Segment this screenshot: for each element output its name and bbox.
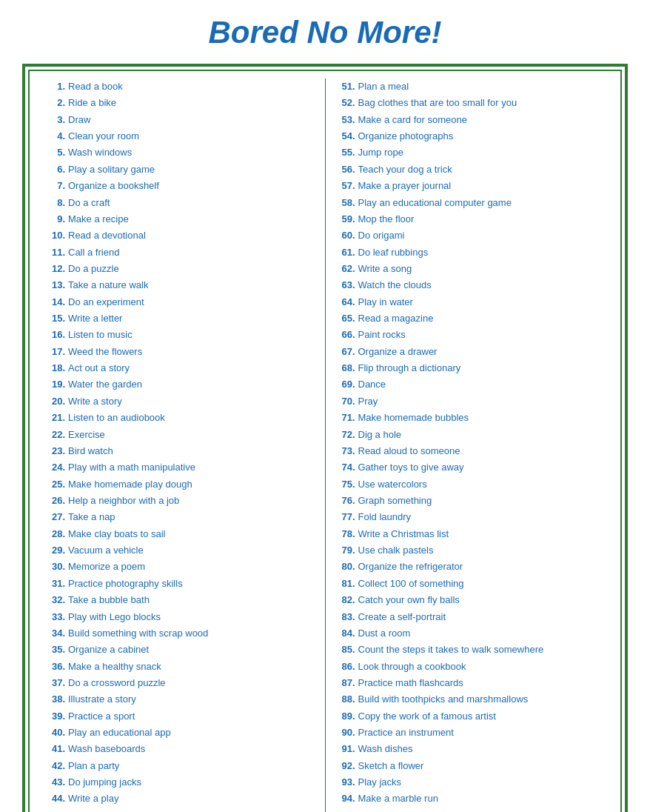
list-item: 92.Sketch a flower: [336, 758, 605, 774]
list-item: 18.Act out a story: [46, 360, 315, 376]
item-text: Practice a sport: [68, 708, 315, 725]
list-item: 22.Exercise: [46, 427, 315, 443]
item-number: 23.: [46, 443, 68, 459]
item-number: 87.: [336, 675, 358, 691]
item-number: 71.: [336, 410, 358, 426]
item-text: Ride a bike: [68, 95, 315, 111]
item-number: 5.: [46, 144, 68, 161]
item-number: 36.: [46, 659, 68, 675]
item-text: Vacuum a vehicle: [68, 542, 315, 559]
list-item: 89.Copy the work of a famous artist: [336, 708, 605, 725]
item-number: 37.: [46, 675, 68, 691]
item-text: Play with a math manipulative: [68, 459, 315, 476]
item-number: 29.: [46, 542, 68, 559]
list-item: 45.Wash a car: [46, 808, 315, 812]
item-number: 81.: [336, 576, 358, 592]
item-text: Pray: [358, 393, 605, 410]
item-text: Build with toothpicks and marshmallows: [358, 691, 605, 708]
list-item: 64.Play in water: [336, 294, 605, 310]
item-number: 83.: [336, 609, 358, 625]
item-number: 68.: [336, 360, 358, 376]
item-number: 43.: [46, 774, 68, 791]
list-item: 28.Make clay boats to sail: [46, 526, 315, 542]
list-item: 31.Practice photography skills: [46, 576, 315, 592]
item-number: 66.: [336, 327, 358, 343]
list-item: 69.Dance: [336, 376, 605, 393]
page-title: Bored No More!: [22, 15, 628, 50]
item-text: Practice math flashcards: [358, 675, 605, 691]
list-item: 73.Read aloud to someone: [336, 443, 605, 459]
item-text: Water the garden: [68, 376, 315, 393]
item-text: Sketch a flower: [358, 758, 605, 774]
item-number: 56.: [336, 162, 358, 178]
item-text: Use chalk pastels: [358, 542, 605, 559]
item-text: Use watercolors: [358, 476, 605, 493]
list-item: 82.Catch your own fly balls: [336, 592, 605, 608]
list-item: 88.Build with toothpicks and marshmallow…: [336, 691, 605, 708]
item-text: Listen to music: [68, 327, 315, 343]
item-text: Wash a car: [68, 808, 315, 812]
item-text: Take a nature walk: [68, 277, 315, 293]
list-item: 93.Play jacks: [336, 774, 605, 791]
list-item: 79.Use chalk pastels: [336, 542, 605, 559]
item-number: 63.: [336, 277, 358, 293]
list-item: 6.Play a solitary game: [46, 162, 315, 178]
list-item: 16.Listen to music: [46, 327, 315, 343]
list-item: 71.Make homemade bubbles: [336, 410, 605, 426]
item-text: Dig a hole: [358, 427, 605, 443]
item-number: 6.: [46, 162, 68, 178]
item-number: 77.: [336, 509, 358, 525]
list-item: 27.Take a nap: [46, 509, 315, 525]
list-item: 76.Graph something: [336, 493, 605, 509]
item-number: 90.: [336, 725, 358, 741]
item-text: Plan a party: [68, 758, 315, 774]
list-item: 80.Organize the refrigerator: [336, 559, 605, 575]
list-item: 65.Read a magazine: [336, 310, 605, 327]
item-number: 84.: [336, 625, 358, 642]
item-number: 10.: [46, 227, 68, 244]
list-item: 58.Play an educational computer game: [336, 195, 605, 211]
item-number: 52.: [336, 95, 358, 111]
item-text: Wash baseboards: [68, 741, 315, 757]
item-number: 93.: [336, 774, 358, 791]
item-number: 22.: [46, 427, 68, 443]
list-item: 2.Ride a bike: [46, 95, 315, 111]
list-item: 30.Memorize a poem: [46, 559, 315, 575]
item-text: Illustrate a story: [68, 691, 315, 708]
item-text: Dust a room: [358, 625, 605, 642]
item-text: Read a magazine: [358, 310, 605, 327]
item-text: Organize a drawer: [358, 344, 605, 360]
item-text: Bag clothes that are too small for you: [358, 95, 605, 111]
item-number: 80.: [336, 559, 358, 575]
item-number: 28.: [46, 526, 68, 542]
item-text: Write a story: [68, 393, 315, 410]
item-number: 21.: [46, 410, 68, 426]
item-text: Do jumping jacks: [68, 774, 315, 791]
item-text: Practice an instrument: [358, 725, 605, 741]
item-text: Catch your own fly balls: [358, 592, 605, 608]
item-number: 64.: [336, 294, 358, 310]
item-text: Wash windows: [68, 144, 315, 161]
item-number: 11.: [46, 244, 68, 261]
item-number: 20.: [46, 393, 68, 410]
item-text: Play in water: [358, 294, 605, 310]
item-number: 1.: [46, 79, 68, 95]
item-number: 27.: [46, 509, 68, 525]
item-text: Organize a bookshelf: [68, 178, 315, 194]
list-item: 83.Create a self-portrait: [336, 609, 605, 625]
list-item: 84.Dust a room: [336, 625, 605, 642]
list-item: 55.Jump rope: [336, 144, 605, 161]
list-item: 14.Do an experiment: [46, 294, 315, 310]
list-item: 94.Make a marble run: [336, 791, 605, 807]
list-item: 7.Organize a bookshelf: [46, 178, 315, 194]
item-text: Make a marble run: [358, 791, 605, 807]
item-number: 57.: [336, 178, 358, 194]
item-number: 54.: [336, 128, 358, 144]
item-text: Write a song: [358, 261, 605, 277]
list-item: 95.Plan a field trip: [336, 808, 605, 812]
item-number: 92.: [336, 758, 358, 774]
right-column: 51.Plan a meal52.Bag clothes that are to…: [326, 79, 611, 812]
item-text: Help a neighbor with a job: [68, 493, 315, 509]
list-item: 26.Help a neighbor with a job: [46, 493, 315, 509]
list-item: 12.Do a puzzle: [46, 261, 315, 277]
